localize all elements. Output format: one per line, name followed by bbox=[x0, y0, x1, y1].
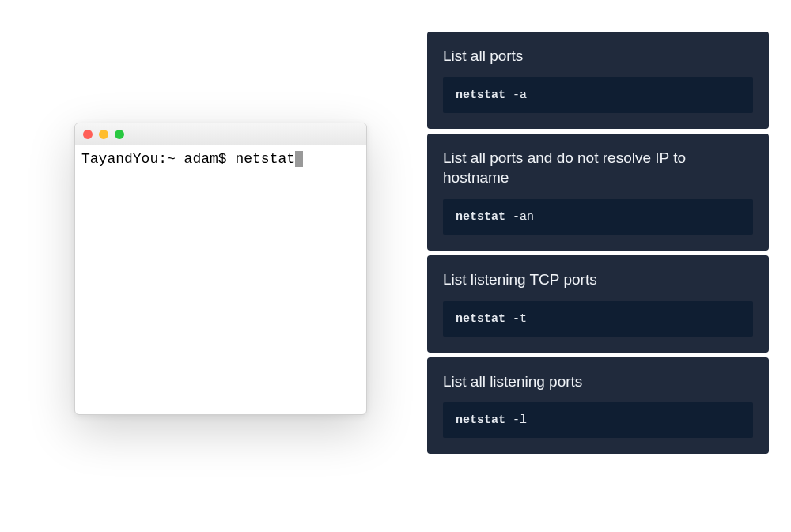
command-args: -l bbox=[505, 413, 527, 427]
command-args: -a bbox=[505, 89, 527, 102]
suggestion-card[interactable]: List all ports netstat -a bbox=[427, 32, 769, 129]
terminal-typed: netstat bbox=[235, 151, 295, 167]
suggestion-card[interactable]: List listening TCP ports netstat -t bbox=[427, 255, 769, 353]
command-name: netstat bbox=[456, 413, 505, 427]
card-code: netstat -l bbox=[443, 402, 753, 438]
maximize-icon[interactable] bbox=[115, 130, 124, 139]
card-title: List all ports and do not resolve IP to … bbox=[443, 148, 753, 188]
suggestion-cards: List all ports netstat -a List all ports… bbox=[427, 32, 769, 454]
terminal-body[interactable]: TayandYou:~ adam$ netstat bbox=[75, 145, 366, 173]
terminal-prompt: TayandYou:~ adam$ bbox=[81, 151, 235, 167]
cursor-icon bbox=[295, 151, 303, 167]
suggestion-card[interactable]: List all ports and do not resolve IP to … bbox=[427, 134, 769, 251]
suggestion-card[interactable]: List all listening ports netstat -l bbox=[427, 357, 769, 455]
command-name: netstat bbox=[456, 89, 505, 102]
card-code: netstat -a bbox=[443, 77, 753, 113]
command-args: -an bbox=[505, 210, 534, 224]
card-code: netstat -an bbox=[443, 199, 753, 235]
command-name: netstat bbox=[456, 312, 505, 326]
terminal-titlebar bbox=[75, 123, 366, 145]
command-name: netstat bbox=[456, 210, 505, 224]
card-title: List all ports bbox=[443, 46, 753, 66]
minimize-icon[interactable] bbox=[99, 130, 108, 139]
command-args: -t bbox=[505, 312, 527, 326]
close-icon[interactable] bbox=[83, 130, 93, 139]
card-code: netstat -t bbox=[443, 301, 753, 337]
card-title: List all listening ports bbox=[443, 372, 753, 392]
card-title: List listening TCP ports bbox=[443, 270, 753, 290]
terminal-window[interactable]: TayandYou:~ adam$ netstat bbox=[74, 123, 367, 415]
